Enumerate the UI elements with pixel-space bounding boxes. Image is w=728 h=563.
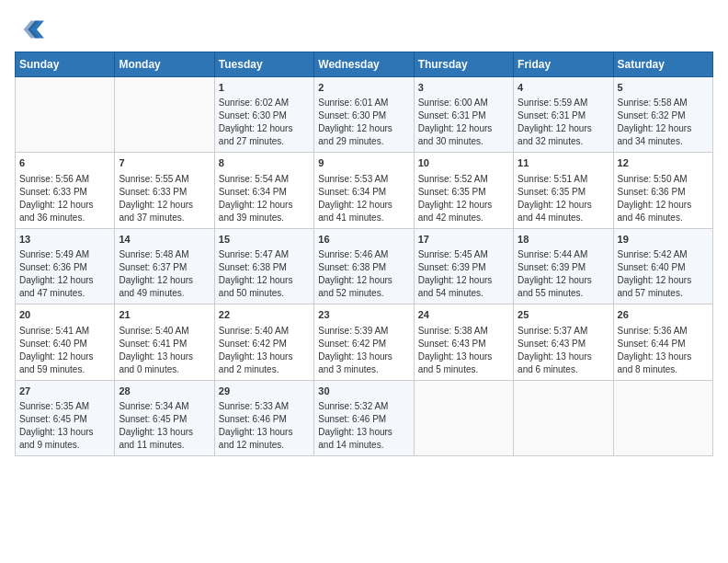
daylight: Daylight: 13 hours and 3 minutes. [318, 351, 392, 374]
daylight: Daylight: 13 hours and 2 minutes. [219, 351, 293, 374]
day-number: 16 [318, 233, 409, 247]
sunrise: Sunrise: 5:51 AM [518, 174, 587, 184]
sunrise: Sunrise: 5:55 AM [119, 174, 188, 184]
day-number: 8 [219, 156, 310, 170]
daylight: Daylight: 12 hours and 54 minutes. [418, 275, 493, 298]
sunrise: Sunrise: 5:37 AM [518, 326, 587, 336]
sunrise: Sunrise: 5:50 AM [618, 174, 688, 184]
sunrise: Sunrise: 5:39 AM [318, 326, 388, 336]
sunrise: Sunrise: 5:42 AM [618, 249, 688, 259]
sunset: Sunset: 6:41 PM [119, 339, 187, 349]
day-header-tuesday: Tuesday [214, 52, 313, 77]
calendar-body: 1Sunrise: 6:02 AMSunset: 6:30 PMDaylight… [16, 77, 713, 456]
calendar-cell: 13Sunrise: 5:49 AMSunset: 6:36 PMDayligh… [16, 228, 115, 304]
calendar-table: SundayMondayTuesdayWednesdayThursdayFrid… [15, 52, 713, 456]
daylight: Daylight: 12 hours and 42 minutes. [418, 200, 493, 223]
sunset: Sunset: 6:46 PM [318, 414, 386, 424]
calendar-cell: 7Sunrise: 5:55 AMSunset: 6:33 PMDaylight… [115, 153, 214, 228]
day-number: 23 [318, 308, 409, 322]
calendar-cell: 15Sunrise: 5:47 AMSunset: 6:38 PMDayligh… [214, 228, 313, 304]
sunrise: Sunrise: 6:01 AM [318, 98, 388, 108]
logo [15, 15, 48, 44]
calendar-cell [613, 380, 712, 455]
calendar-cell: 24Sunrise: 5:38 AMSunset: 6:43 PMDayligh… [414, 304, 513, 380]
day-number: 4 [518, 81, 609, 95]
week-row-3: 13Sunrise: 5:49 AMSunset: 6:36 PMDayligh… [16, 228, 713, 304]
sunrise: Sunrise: 5:44 AM [518, 249, 587, 259]
sunset: Sunset: 6:33 PM [19, 187, 87, 197]
header-row: SundayMondayTuesdayWednesdayThursdayFrid… [16, 52, 713, 77]
day-number: 22 [219, 308, 310, 322]
calendar-cell: 12Sunrise: 5:50 AMSunset: 6:36 PMDayligh… [613, 153, 712, 228]
calendar-cell: 25Sunrise: 5:37 AMSunset: 6:43 PMDayligh… [514, 304, 613, 380]
daylight: Daylight: 12 hours and 44 minutes. [518, 200, 592, 223]
calendar-cell [115, 77, 214, 153]
calendar-cell: 4Sunrise: 5:59 AMSunset: 6:31 PMDaylight… [514, 77, 613, 153]
day-number: 6 [19, 156, 110, 170]
daylight: Daylight: 12 hours and 37 minutes. [119, 200, 193, 223]
day-number: 12 [618, 156, 709, 170]
sunset: Sunset: 6:39 PM [418, 262, 486, 272]
day-header-sunday: Sunday [16, 52, 115, 77]
sunrise: Sunrise: 5:34 AM [119, 401, 188, 411]
sunset: Sunset: 6:34 PM [318, 187, 386, 197]
sunset: Sunset: 6:30 PM [318, 110, 386, 121]
day-number: 15 [219, 233, 310, 247]
logo-icon [15, 15, 44, 44]
day-number: 7 [119, 156, 210, 170]
sunrise: Sunrise: 5:45 AM [418, 249, 488, 259]
calendar-cell: 16Sunrise: 5:46 AMSunset: 6:38 PMDayligh… [314, 228, 414, 304]
sunrise: Sunrise: 5:59 AM [518, 98, 587, 108]
daylight: Daylight: 12 hours and 41 minutes. [318, 200, 392, 223]
sunrise: Sunrise: 6:00 AM [418, 98, 488, 108]
calendar-cell [514, 380, 613, 455]
daylight: Daylight: 12 hours and 50 minutes. [219, 275, 293, 298]
day-number: 17 [418, 233, 509, 247]
calendar-cell [16, 77, 115, 153]
calendar-cell: 9Sunrise: 5:53 AMSunset: 6:34 PMDaylight… [314, 153, 414, 228]
day-header-friday: Friday [514, 52, 613, 77]
calendar-cell: 20Sunrise: 5:41 AMSunset: 6:40 PMDayligh… [16, 304, 115, 380]
daylight: Daylight: 13 hours and 11 minutes. [119, 427, 193, 450]
day-number: 30 [318, 385, 409, 398]
sunrise: Sunrise: 5:53 AM [318, 174, 388, 184]
page-header [15, 15, 713, 44]
calendar-cell: 19Sunrise: 5:42 AMSunset: 6:40 PMDayligh… [613, 228, 712, 304]
sunset: Sunset: 6:38 PM [219, 262, 287, 272]
day-number: 13 [19, 233, 110, 247]
sunrise: Sunrise: 5:48 AM [119, 249, 188, 259]
sunset: Sunset: 6:40 PM [19, 339, 87, 349]
day-number: 14 [119, 233, 210, 247]
day-header-saturday: Saturday [613, 52, 712, 77]
daylight: Daylight: 13 hours and 12 minutes. [219, 427, 293, 450]
sunset: Sunset: 6:32 PM [618, 110, 686, 121]
week-row-5: 27Sunrise: 5:35 AMSunset: 6:45 PMDayligh… [16, 380, 713, 455]
sunrise: Sunrise: 5:49 AM [19, 249, 89, 259]
sunset: Sunset: 6:31 PM [418, 110, 486, 121]
daylight: Daylight: 12 hours and 34 minutes. [618, 123, 692, 146]
daylight: Daylight: 13 hours and 9 minutes. [19, 427, 94, 450]
daylight: Daylight: 12 hours and 32 minutes. [518, 123, 592, 146]
daylight: Daylight: 13 hours and 5 minutes. [418, 351, 493, 374]
sunset: Sunset: 6:36 PM [19, 262, 87, 272]
calendar-cell: 14Sunrise: 5:48 AMSunset: 6:37 PMDayligh… [115, 228, 214, 304]
day-number: 20 [19, 308, 110, 322]
sunset: Sunset: 6:30 PM [219, 110, 287, 121]
day-header-monday: Monday [115, 52, 214, 77]
day-number: 11 [518, 156, 609, 170]
sunset: Sunset: 6:40 PM [618, 262, 686, 272]
calendar-cell: 3Sunrise: 6:00 AMSunset: 6:31 PMDaylight… [414, 77, 513, 153]
day-number: 26 [618, 308, 709, 322]
day-number: 5 [618, 81, 709, 95]
day-number: 2 [318, 81, 409, 95]
sunrise: Sunrise: 5:58 AM [618, 98, 688, 108]
calendar-cell: 26Sunrise: 5:36 AMSunset: 6:44 PMDayligh… [613, 304, 712, 380]
daylight: Daylight: 12 hours and 55 minutes. [518, 275, 592, 298]
sunset: Sunset: 6:42 PM [318, 339, 386, 349]
sunset: Sunset: 6:36 PM [618, 187, 686, 197]
sunrise: Sunrise: 6:02 AM [219, 98, 289, 108]
sunrise: Sunrise: 5:47 AM [219, 249, 289, 259]
day-number: 19 [618, 233, 709, 247]
day-number: 27 [19, 385, 110, 398]
calendar-cell: 11Sunrise: 5:51 AMSunset: 6:35 PMDayligh… [514, 153, 613, 228]
